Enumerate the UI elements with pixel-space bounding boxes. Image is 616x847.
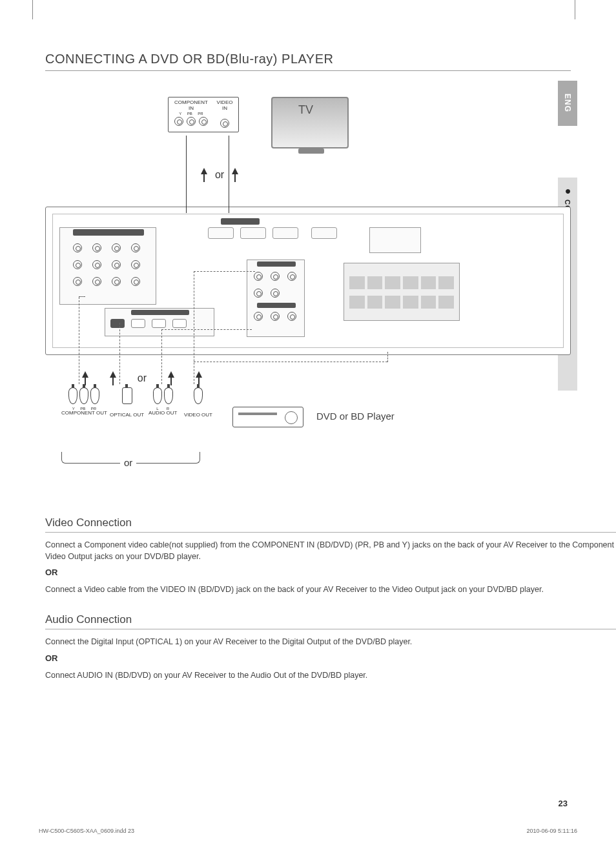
block-header xyxy=(131,310,189,315)
jack-icon xyxy=(187,117,196,126)
tv-input-panel: COMPONENT IN Y PB PR VIDEO IN xyxy=(168,97,239,132)
jack-icon xyxy=(271,312,280,321)
tv-label: TV xyxy=(298,103,313,117)
jack-icon xyxy=(112,277,121,286)
jack-icon xyxy=(271,289,280,298)
cable-line-dashed xyxy=(194,271,255,272)
or-label: or xyxy=(120,457,136,468)
plug-icon xyxy=(164,387,173,404)
arrow-up-icon xyxy=(196,371,202,385)
video-connection-p1: Connect a Component video cable(not supp… xyxy=(45,539,616,562)
page-number: 23 xyxy=(559,799,568,808)
hdmi-port-icon xyxy=(311,227,337,239)
arrow-up-icon xyxy=(110,371,116,385)
component-io-block xyxy=(59,227,156,305)
cable-line-dashed xyxy=(161,329,252,330)
jack-icon xyxy=(131,260,140,269)
terminal-icon xyxy=(421,276,436,289)
hdmi-port-icon xyxy=(240,227,266,239)
video-out-label: VIDEO OUT xyxy=(184,413,212,418)
y-label: Y xyxy=(179,112,181,116)
audio-out-group: L R AUDIO OUT xyxy=(149,387,177,416)
cable-line-dashed xyxy=(194,362,387,362)
page-title: CONNECTING A DVD OR BD(Blu-ray) PLAYER xyxy=(45,52,571,71)
jack-icon xyxy=(92,260,101,269)
cable-line xyxy=(186,136,187,213)
jack-icon xyxy=(220,119,229,128)
terminal-icon xyxy=(438,296,454,309)
jack-icon xyxy=(254,272,263,281)
or-separator-bottom: or xyxy=(71,371,213,385)
terminal-icon xyxy=(349,276,365,289)
digital-audio-block xyxy=(105,308,214,336)
jack-icon xyxy=(254,312,263,321)
video-connection-p2: Connect a Video cable from the VIDEO IN … xyxy=(45,584,616,595)
or-separator: OR xyxy=(45,567,616,577)
misc-port-block xyxy=(369,227,421,253)
connection-diagram: COMPONENT IN Y PB PR VIDEO IN TV xyxy=(45,90,571,504)
jack-icon xyxy=(112,243,121,252)
jack-icon xyxy=(73,260,82,269)
optical-port-icon xyxy=(172,319,187,328)
or-separator-top: or xyxy=(181,168,258,182)
hdmi-port-icon xyxy=(272,227,298,239)
receiver-rear-panel xyxy=(45,207,571,355)
jack-icon xyxy=(287,312,296,321)
plug-icon xyxy=(194,387,203,404)
pb-label: PB xyxy=(187,112,192,116)
crop-mark xyxy=(32,0,33,19)
terminal-icon xyxy=(438,276,454,289)
optical-port-icon xyxy=(110,319,125,328)
footer-timestamp: 2010-06-09 5:11:16 xyxy=(526,828,577,834)
cable-line xyxy=(229,136,229,213)
jack-icon xyxy=(131,277,140,286)
audio-connection-p2: Connect AUDIO IN (BD/DVD) on your AV Rec… xyxy=(45,669,616,681)
block-header xyxy=(73,229,144,236)
jack-icon xyxy=(271,272,280,281)
block-header xyxy=(257,303,296,308)
jack-icon xyxy=(92,243,101,252)
or-label: or xyxy=(215,169,224,181)
audio-connection-p1: Connect the Digital Input (OPTICAL 1) on… xyxy=(45,636,616,648)
jack-icon xyxy=(131,243,140,252)
or-label: or xyxy=(138,372,147,384)
jack-icon xyxy=(73,277,82,286)
block-header xyxy=(257,261,296,267)
jack-icon xyxy=(92,277,101,286)
optical-port-icon xyxy=(152,319,166,328)
video-in-label: VIDEO IN xyxy=(215,100,234,112)
footer-filename: HW-C500-C560S-XAA_0609.indd 23 xyxy=(39,828,134,834)
arrow-up-icon xyxy=(168,371,174,385)
audio-connection-heading: Audio Connection xyxy=(45,613,616,629)
terminal-icon xyxy=(403,296,418,309)
arrow-up-icon xyxy=(232,168,238,182)
terminal-icon xyxy=(403,276,418,289)
audio-out-label: AUDIO OUT xyxy=(149,411,177,416)
cable-line-dashed xyxy=(194,271,194,384)
video-audio-block xyxy=(247,260,305,337)
cable-line-dashed xyxy=(387,352,388,362)
plug-icon xyxy=(68,387,77,404)
arrow-up-icon xyxy=(201,168,207,182)
jack-icon xyxy=(174,117,183,126)
component-out-label: COMPONENT OUT xyxy=(61,411,107,416)
block-header xyxy=(221,218,260,225)
optical-port-icon xyxy=(131,319,145,328)
receiver-inner xyxy=(52,214,564,348)
component-in-label: COMPONENT IN xyxy=(172,100,210,112)
terminal-icon xyxy=(385,276,400,289)
jack-icon xyxy=(254,289,263,298)
component-out-group: Y PB PR COMPONENT OUT xyxy=(61,387,107,416)
video-connection-heading: Video Connection xyxy=(45,516,616,533)
jack-icon xyxy=(73,243,82,252)
dvd-player-label: DVD or BD Player xyxy=(316,411,395,422)
jack-icon xyxy=(287,272,296,281)
terminal-icon xyxy=(421,296,436,309)
plug-icon xyxy=(90,387,99,404)
jack-icon xyxy=(199,117,208,126)
plug-icon xyxy=(79,387,88,404)
pr-label: PR xyxy=(198,112,203,116)
terminal-icon xyxy=(349,296,365,309)
optical-plug-icon xyxy=(122,387,132,404)
terminal-icon xyxy=(367,276,383,289)
